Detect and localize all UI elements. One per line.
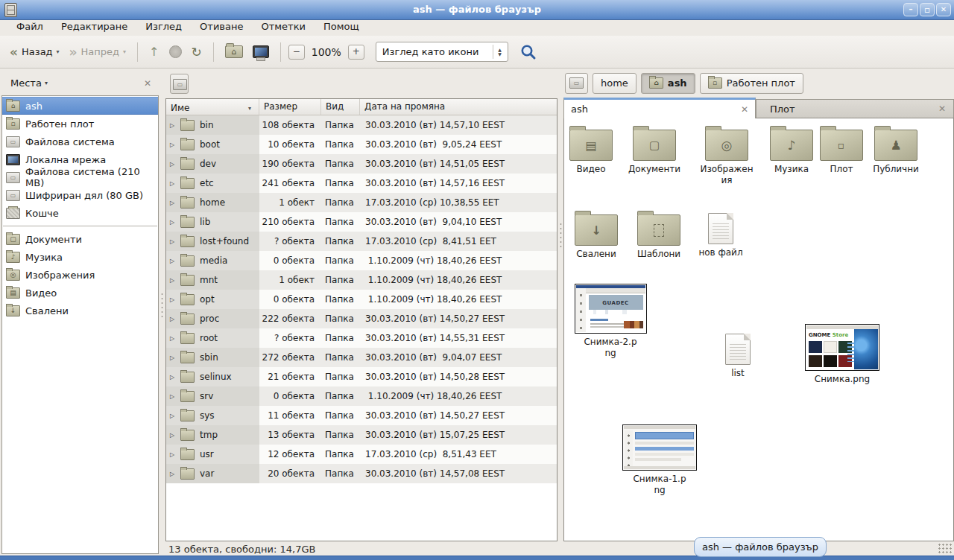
table-row[interactable]: ▷opt0 обектаПапка 1.10.2009 (чт) 18,40,2… [166, 290, 557, 309]
expander-icon[interactable]: ▷ [166, 374, 178, 381]
expander-icon[interactable]: ▷ [166, 316, 178, 322]
expander-icon[interactable]: ▷ [166, 277, 178, 284]
column-header-size[interactable]: Размер [259, 99, 321, 115]
breadcrumb-desktop-button[interactable]: ▫ Работен плот [700, 73, 803, 94]
table-row[interactable]: ▷proc222 обектаПапка30.03.2010 (вт) 14,5… [166, 309, 557, 328]
sidebar-item-документи[interactable]: ▢Документи [2, 230, 158, 248]
table-row[interactable]: ▷var20 обектаПапка30.03.2010 (вт) 14,57,… [166, 464, 557, 483]
places-title[interactable]: Места [10, 77, 42, 89]
view-mode-select[interactable]: Изглед като икони [376, 42, 508, 62]
menu-item-0[interactable]: Файл [7, 20, 52, 36]
table-row[interactable]: ▷lib210 обектаПапка30.03.2010 (вт) 9,04,… [166, 212, 557, 232]
sidebar-item-работен-плот[interactable]: ▫Работен плот [2, 115, 158, 133]
forward-button[interactable]: Напред ▾ [66, 42, 130, 63]
column-header-type[interactable]: Вид [321, 99, 360, 115]
breadcrumb-ash-button[interactable]: ⌂ ash [641, 73, 695, 94]
breadcrumb-home-button[interactable]: home [593, 73, 636, 94]
sidebar-item-ash[interactable]: ⌂ash [2, 97, 158, 115]
file-icon-snimka-2[interactable]: GUADEC Снимка-2.png [574, 284, 647, 359]
column-header-date[interactable]: Дата на промяна [360, 99, 557, 115]
table-row[interactable]: ▷lost+found? обектаПапка17.03.2010 (ср) … [166, 232, 557, 251]
table-row[interactable]: ▷boot10 обектаПапка30.03.2010 (вт) 9,05,… [166, 135, 557, 154]
sidebar-item-файлова-система[interactable]: ▭Файлова система [2, 133, 158, 150]
places-dropdown-caret[interactable]: ▾ [45, 80, 48, 86]
folder-icon-music[interactable]: Музика [762, 130, 821, 175]
expander-icon[interactable]: ▷ [166, 413, 178, 419]
expander-icon[interactable]: ▷ [166, 141, 178, 148]
expander-icon[interactable]: ▷ [166, 161, 178, 168]
home-button[interactable] [221, 42, 247, 61]
menu-item-2[interactable]: Изглед [136, 20, 191, 36]
sidebar-item-кошче[interactable]: Кошче [2, 204, 158, 222]
table-row[interactable]: ▷bin108 обектаПапка30.03.2010 (вт) 14,57… [166, 115, 557, 135]
maximize-button[interactable] [920, 3, 935, 16]
sidebar-item-шифриран-дял-80-gb-[interactable]: ▭Шифриран дял (80 GB) [2, 186, 158, 204]
table-row[interactable]: ▷mnt1 обектПапка 1.10.2009 (чт) 18,40,26… [166, 270, 557, 290]
expander-icon[interactable]: ▷ [166, 219, 178, 226]
zoom-in-button[interactable]: + [348, 45, 364, 60]
back-dropdown-caret[interactable]: ▾ [57, 48, 60, 55]
table-row[interactable]: ▷srv0 обектаПапка 1.10.2009 (чт) 18,40,2… [166, 386, 557, 406]
sidebar-item-файлова-система-210-mb-[interactable]: ▭Файлова система (210 MB) [2, 168, 158, 186]
tab-close-icon[interactable]: ✕ [938, 104, 946, 114]
table-row[interactable]: ▷root? обектаПапка30.03.2010 (вт) 14,55,… [166, 328, 557, 348]
expander-icon[interactable]: ▷ [166, 335, 178, 342]
folder-icon-video[interactable]: Видео [560, 130, 622, 175]
zoom-out-button[interactable]: − [288, 45, 305, 60]
sidebar-splitter[interactable] [159, 292, 165, 319]
back-button[interactable]: Назад ▾ [6, 42, 63, 63]
table-row[interactable]: ▷selinux21 обектаПапка30.03.2010 (вт) 14… [166, 367, 557, 386]
expander-icon[interactable]: ▷ [166, 393, 178, 400]
sidebar-item-изображения[interactable]: ◎Изображения [2, 266, 158, 284]
expander-icon[interactable]: ▷ [166, 471, 178, 477]
expander-icon[interactable]: ▷ [166, 200, 178, 206]
folder-icon-templates[interactable]: Шаблони [629, 214, 689, 260]
panel-splitter[interactable] [558, 222, 563, 249]
expander-icon[interactable]: ▷ [166, 180, 178, 187]
file-icon-snimka[interactable]: GNOME Store Снимка.png [805, 324, 879, 385]
table-row[interactable]: ▷dev190 обектаПапка30.03.2010 (вт) 14,51… [166, 154, 557, 174]
minimize-button[interactable] [903, 3, 918, 16]
folder-icon-public[interactable]: Публични [866, 130, 926, 175]
file-icon-list[interactable]: list [709, 334, 767, 379]
menu-item-1[interactable]: Редактиране [52, 20, 136, 36]
reload-button[interactable] [188, 42, 206, 63]
sidebar-item-свалени[interactable]: ↓Свалени [2, 302, 158, 319]
expander-icon[interactable]: ▷ [166, 238, 178, 245]
table-row[interactable]: ▷etc241 обектаПапка30.03.2010 (вт) 14,57… [166, 174, 557, 193]
menu-item-3[interactable]: Отиване [191, 20, 252, 36]
places-close-icon[interactable]: ✕ [144, 78, 151, 89]
combo-spinner-icon[interactable] [493, 45, 502, 59]
table-row[interactable]: ▷sbin272 обектаПапка30.03.2010 (вт) 9,04… [166, 348, 557, 367]
expander-icon[interactable]: ▷ [166, 451, 178, 458]
expander-icon[interactable]: ▷ [166, 258, 178, 264]
up-button[interactable] [145, 42, 162, 62]
expander-icon[interactable]: ▷ [166, 354, 178, 361]
column-header-name[interactable]: Име ▾ [166, 99, 259, 115]
folder-icon-documents[interactable]: Документи [622, 130, 686, 175]
table-row[interactable]: ▷tmp13 обектаПапка30.03.2010 (вт) 15,07,… [166, 425, 557, 445]
search-icon[interactable] [519, 43, 537, 61]
tree-root-button[interactable]: ▭ [170, 74, 189, 94]
expander-icon[interactable]: ▷ [166, 122, 178, 129]
expander-icon[interactable]: ▷ [166, 296, 178, 303]
menu-item-5[interactable]: Помощ [315, 20, 368, 36]
menu-item-4[interactable]: Отметки [252, 20, 314, 36]
forward-dropdown-caret[interactable]: ▾ [123, 48, 126, 55]
computer-button[interactable] [249, 42, 273, 61]
resize-grip[interactable] [938, 543, 953, 555]
table-row[interactable]: ▷sys11 обектаПапка30.03.2010 (вт) 14,50,… [166, 406, 557, 425]
tab-ash[interactable]: ash ✕ [563, 98, 756, 118]
stop-button[interactable] [165, 42, 186, 61]
tab-plot[interactable]: Плот ✕ [756, 99, 954, 118]
table-row[interactable]: ▷usr12 обектаПапка17.03.2010 (ср) 8,51,4… [166, 445, 557, 464]
folder-icon-desktop[interactable]: Плот [816, 130, 867, 175]
table-row[interactable]: ▷media0 обектаПапка 1.10.2009 (чт) 18,40… [166, 251, 557, 270]
folder-icon-downloads[interactable]: Свалени [566, 214, 626, 260]
expander-icon[interactable]: ▷ [166, 432, 178, 439]
breadcrumb-root-button[interactable]: ▭ [565, 73, 588, 94]
file-icon-snimka-1[interactable]: Снимка-1.png [622, 424, 697, 496]
close-button[interactable] [936, 3, 951, 16]
file-icon-new-file[interactable]: нов файл [692, 213, 750, 258]
tab-close-icon[interactable]: ✕ [741, 104, 748, 115]
